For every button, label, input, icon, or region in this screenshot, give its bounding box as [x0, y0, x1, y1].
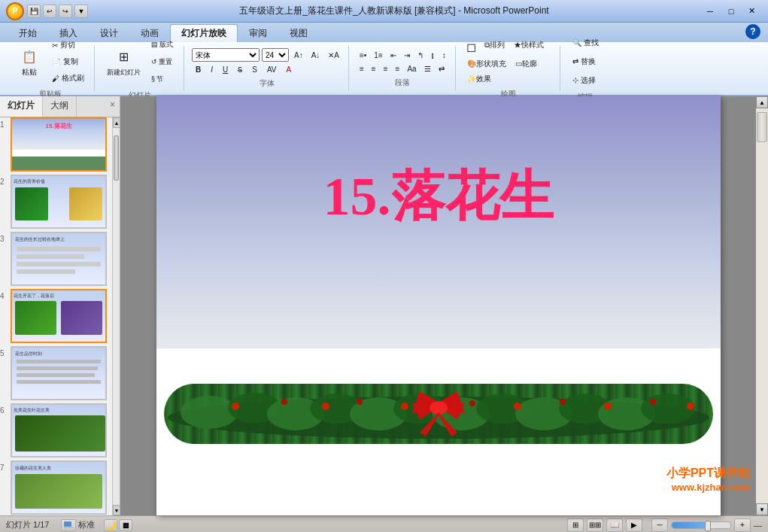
layout-button[interactable]: ▤版式 — [147, 37, 178, 53]
reading-button[interactable]: 📖 — [606, 518, 623, 532]
view-icon-btn[interactable] — [61, 519, 76, 531]
font-spacing-button[interactable]: AV — [263, 64, 281, 75]
slides-scroll-up[interactable]: ▲ — [113, 117, 120, 128]
shape-outline-button[interactable]: ▭轮廓 — [511, 57, 541, 71]
font-color-button[interactable]: A — [283, 64, 296, 75]
slides-tab[interactable]: 幻灯片 — [0, 96, 43, 117]
increase-font-button[interactable]: A↑ — [291, 50, 306, 61]
tab-review[interactable]: 审阅 — [238, 24, 278, 42]
save-button[interactable]: 💾 — [27, 5, 41, 18]
help-button[interactable]: ? — [745, 24, 760, 39]
numbering-button[interactable]: 1≡ — [371, 50, 385, 61]
new-slide-button[interactable]: ⊞ 新建幻灯片 — [102, 44, 145, 81]
line-spacing-button[interactable]: ↕ — [439, 50, 449, 61]
outline-tab[interactable]: 大纲 — [43, 96, 77, 117]
format-icon: 🖌 — [52, 74, 59, 83]
slide-item-5[interactable]: 5 花生品尝时刻 — [0, 346, 112, 400]
slide-item-6[interactable]: 6 先美花生叶花生美 — [0, 403, 112, 458]
bullets-button[interactable]: ≡• — [357, 50, 369, 61]
thumb4-title: 花生开花了，花落后 — [14, 293, 54, 299]
normal-view-button[interactable]: ⊞ — [567, 518, 584, 532]
slide-thumb-5: 花生品尝时刻 — [11, 346, 107, 400]
cut-icon: ✂ — [52, 41, 58, 50]
find-button[interactable]: 🔍 查找 — [568, 35, 603, 51]
section-button[interactable]: §节 — [147, 71, 178, 87]
bold-button[interactable]: B — [192, 64, 205, 75]
font-size-selector[interactable]: 24 — [262, 48, 289, 62]
svg-point-23 — [687, 403, 694, 410]
tab-view[interactable]: 视图 — [278, 24, 319, 42]
slideshow-button[interactable]: ▶ — [626, 518, 642, 532]
slide-item-3[interactable]: 3 花生的生长过程在地球上 — [0, 232, 112, 286]
ribbon: 开始 插入 设计 动画 幻灯片放映 审阅 视图 ? 📋 粘贴 ✂ 剪切 — [0, 23, 768, 96]
shape-effects-button[interactable]: ✨效果 — [463, 72, 495, 86]
strikethrough-button[interactable]: S̶ — [234, 64, 246, 75]
slide-item-2[interactable]: 2 花生的营养价值 — [0, 175, 112, 229]
shadow-button[interactable]: S — [248, 64, 261, 75]
increase-indent-button[interactable]: ⇥ — [401, 50, 413, 61]
font-selector[interactable]: 宋体 — [192, 48, 260, 62]
slide-number-6: 6 — [0, 406, 11, 415]
moon-icon-btn[interactable]: 🌙 — [104, 519, 117, 531]
columns-button[interactable]: ⫿ — [428, 50, 438, 61]
svg-rect-29 — [64, 521, 71, 527]
slides-scroll-down[interactable]: ▼ — [113, 505, 120, 515]
replace-button[interactable]: ⇄ 替换 — [568, 53, 603, 70]
rtl-button[interactable]: ↰ — [414, 50, 426, 61]
copy-button[interactable]: 📄 复制 — [48, 54, 88, 69]
zoom-out-button[interactable]: ─ — [651, 518, 668, 532]
slide-item-7[interactable]: 7 珍藏的花生美人美 — [0, 461, 112, 515]
scroll-track — [756, 108, 768, 503]
scroll-down-button[interactable]: ▼ — [756, 503, 768, 515]
maximize-button[interactable]: □ — [721, 4, 741, 19]
minimize-button[interactable]: ─ — [700, 4, 720, 19]
italic-button[interactable]: I — [207, 64, 217, 75]
zoom-in-button[interactable]: + — [734, 518, 751, 532]
standard-label: 标准 — [78, 519, 95, 530]
clear-format-button[interactable]: ✕A — [325, 50, 342, 61]
status-left: 幻灯片 1/17 标准 🌙 ▦ — [6, 519, 132, 531]
align-right-button[interactable]: ≡ — [381, 63, 391, 74]
decrease-indent-button[interactable]: ⇤ — [387, 50, 399, 61]
align-center-button[interactable]: ≡ — [369, 63, 379, 74]
decrease-font-button[interactable]: A↓ — [308, 50, 323, 61]
close-panel-button[interactable]: × — [105, 96, 120, 117]
scroll-thumb[interactable] — [757, 112, 767, 142]
normal-view-btn[interactable]: ▦ — [119, 519, 132, 531]
slides-scroll-thumb[interactable] — [114, 135, 119, 181]
smart-art-button[interactable]: ☰ — [421, 63, 434, 74]
dropdown-button[interactable]: ▼ — [74, 5, 88, 18]
scroll-up-button[interactable]: ▲ — [756, 96, 768, 108]
justify-button[interactable]: ≡ — [393, 63, 403, 74]
cut-button[interactable]: ✂ 剪切 — [48, 38, 88, 53]
thumb3-title: 花生的生长过程在地球上 — [15, 236, 65, 243]
slide-item-4[interactable]: 4 花生开花了，花落后 — [0, 289, 112, 343]
align-left-button[interactable]: ≡ — [357, 63, 367, 74]
tab-slideshow[interactable]: 幻灯片放映 — [170, 24, 238, 42]
slidesorter-button[interactable]: ⊞⊞ — [587, 518, 603, 532]
reset-button[interactable]: ↺重置 — [147, 54, 178, 70]
slide-item-1[interactable]: 1 15.落花生 — [0, 117, 112, 172]
slide-canvas[interactable]: 15.落花生 — [156, 96, 721, 515]
ribbon-group-paragraph: ≡• 1≡ ⇤ ⇥ ↰ ⫿ ↕ ≡ ≡ ≡ ≡ Aa ☰ ⇄ — [351, 46, 456, 91]
undo-button[interactable]: ↩ — [43, 5, 56, 18]
arrange-button[interactable]: ⧉排列 — [481, 38, 508, 56]
garland — [156, 376, 721, 451]
format-painter-button[interactable]: 🖌 格式刷 — [48, 71, 88, 86]
svg-point-13 — [232, 403, 239, 410]
paste-button[interactable]: 📋 粘贴 — [12, 43, 47, 81]
underline-button[interactable]: U — [219, 64, 232, 75]
redo-button[interactable]: ↪ — [59, 5, 72, 18]
copy-label: 复制 — [63, 56, 78, 67]
svg-point-15 — [322, 403, 329, 410]
select-button[interactable]: ⊹ 选择 — [568, 72, 603, 89]
canvas-area: 15.落花生 — [120, 96, 756, 515]
shape-fill-button[interactable]: 🎨形状填充 — [463, 57, 510, 71]
garland-body — [164, 384, 713, 444]
convert-button[interactable]: ⇄ — [436, 63, 448, 74]
zoom-slider[interactable] — [671, 521, 731, 529]
quick-styles-button[interactable]: ★快样式 — [510, 38, 548, 56]
shapes-button[interactable]: ◻ — [463, 38, 479, 56]
text-direction-button[interactable]: Aa — [404, 63, 419, 74]
close-button[interactable]: ✕ — [742, 4, 762, 19]
